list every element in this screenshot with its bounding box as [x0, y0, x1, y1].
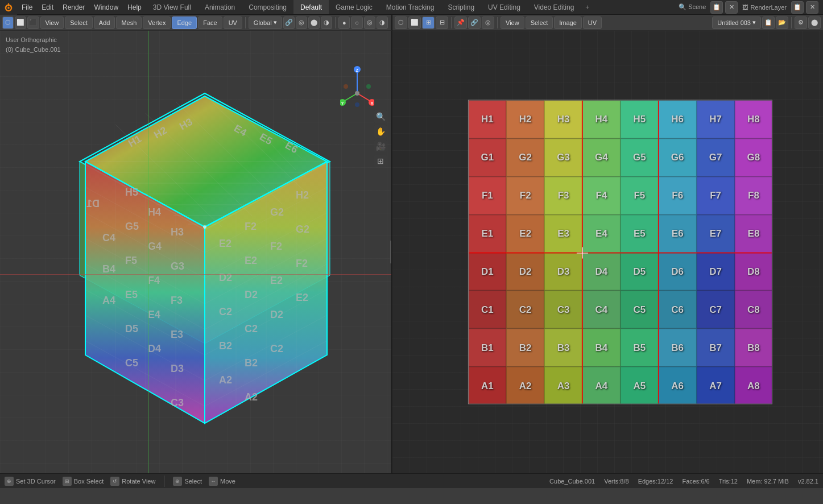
new-scene-btn[interactable]: 📋: [710, 1, 723, 14]
verts-status: Verts:8/8: [604, 478, 628, 485]
uv-cell-B6: B6: [659, 329, 697, 367]
close-scene-btn[interactable]: ✕: [725, 1, 738, 14]
uv-cell-H4: H4: [582, 101, 621, 139]
tab-scripting[interactable]: Scripting: [441, 0, 481, 14]
uv-cell-G5: G5: [621, 138, 659, 176]
uv-image-btn[interactable]: Image: [554, 16, 582, 29]
uv-cell-C8: C8: [735, 291, 772, 329]
uv-pin-btn[interactable]: 📌: [454, 16, 467, 29]
tab-compositing[interactable]: Compositing: [242, 0, 293, 14]
uv-open-btn[interactable]: 📂: [776, 16, 788, 29]
viewport-icon-2[interactable]: ⬛: [27, 16, 39, 29]
face-menu-btn[interactable]: Face: [198, 16, 222, 29]
tab-3dviewfull[interactable]: 3D View Full: [146, 0, 198, 14]
svg-point-13: [355, 91, 359, 96]
svg-text:H3: H3: [171, 226, 184, 238]
object-name-status: Cube_Cube.001: [549, 478, 595, 485]
snap-btn[interactable]: 🔗: [283, 16, 295, 29]
tab-gamelogic[interactable]: Game Logic: [329, 0, 379, 14]
vertex-menu-btn[interactable]: Vertex: [143, 16, 171, 29]
uv-cell-E7: E7: [697, 214, 735, 253]
uv-view-btn[interactable]: View: [501, 16, 524, 29]
tab-default[interactable]: Default: [293, 0, 329, 14]
shading-solid-btn[interactable]: ●: [338, 16, 350, 29]
xray-btn[interactable]: ◑: [321, 16, 332, 29]
box-select-label: Box Select: [74, 478, 104, 485]
viewport-pan-icon[interactable]: ✋: [374, 125, 387, 138]
edge-menu-btn[interactable]: Edge: [172, 16, 197, 29]
set-3d-cursor-status: ⊕ Set 3D Cursor: [5, 477, 56, 486]
menu-file[interactable]: File: [17, 0, 37, 15]
orientation-gizmo[interactable]: Z X Y: [340, 65, 374, 110]
add-tab-button[interactable]: +: [581, 3, 594, 11]
blender-logo[interactable]: [0, 0, 17, 15]
renderlayer-new-btn[interactable]: 📋: [791, 1, 804, 14]
proportional-btn[interactable]: ◎: [296, 16, 307, 29]
faces-status: Faces:6/6: [682, 478, 709, 485]
svg-text:B4: B4: [102, 263, 115, 275]
uv-icon-1[interactable]: ⬜: [408, 16, 421, 29]
tab-videoediting[interactable]: Video Editing: [527, 0, 581, 14]
svg-text:X: X: [371, 101, 374, 105]
uv-settings-btn[interactable]: ⚙: [795, 16, 807, 29]
transform-global-btn[interactable]: Global ▾: [249, 16, 282, 29]
x-axis-line: [0, 274, 391, 275]
svg-text:D5: D5: [125, 323, 138, 334]
uv-new-btn[interactable]: 📋: [762, 16, 775, 29]
shading-rendered-btn[interactable]: ◎: [364, 16, 375, 29]
svg-text:F3: F3: [171, 295, 183, 306]
uv-cell-A6: A6: [659, 367, 697, 404]
menu-window[interactable]: Window: [89, 0, 123, 15]
viewport-search-icon[interactable]: 🔍: [374, 110, 387, 123]
select-menu-btn[interactable]: Select: [65, 16, 93, 29]
uv-cell-H5: H5: [621, 101, 659, 139]
select-status: ⊕ Select: [173, 477, 202, 486]
svg-text:F2: F2: [296, 258, 308, 269]
uv-cell-H3: H3: [544, 101, 582, 139]
uv-uv-btn[interactable]: UV: [583, 16, 602, 29]
object-mode-icon[interactable]: ⬡: [2, 16, 14, 29]
menu-help[interactable]: Help: [123, 0, 146, 15]
uv-prop-btn[interactable]: ◎: [482, 16, 494, 29]
uv-icon-2[interactable]: ⊞: [422, 16, 435, 29]
renderlayer-settings-btn[interactable]: ✕: [806, 1, 818, 14]
menu-render[interactable]: Render: [58, 0, 89, 15]
svg-text:E2: E2: [219, 238, 231, 249]
viewport-icon-1[interactable]: ⬜: [15, 16, 26, 29]
3d-viewport[interactable]: User Orthographic (0) Cube_Cube.001 Z X …: [0, 31, 392, 473]
uv-cell-F1: F1: [468, 176, 506, 214]
svg-text:E5: E5: [125, 289, 138, 300]
add-menu-btn[interactable]: Add: [94, 16, 115, 29]
tab-uvediting[interactable]: UV Editing: [481, 0, 527, 14]
overlay-btn[interactable]: ⬤: [308, 16, 320, 29]
uv-editor[interactable]: H1H2H3H4H5H6H7H8G1G2G3G4G5G6G7G8F1F2F3F4…: [392, 31, 823, 473]
uv-overlay-btn[interactable]: ⬤: [808, 16, 821, 29]
uv-filename-label: Untitled 003: [717, 19, 751, 26]
svg-point-3: [10, 5, 12, 7]
uv-cell-F5: F5: [621, 176, 659, 214]
scene-selector[interactable]: 🔍 Scene: [676, 3, 708, 11]
svg-point-1: [7, 7, 10, 9]
uv-menu-btn-3d[interactable]: UV: [224, 16, 242, 29]
viewport-grid-icon[interactable]: ⊞: [374, 155, 387, 167]
shading-wire-btn[interactable]: ○: [351, 16, 362, 29]
svg-text:B2: B2: [219, 340, 232, 352]
view-menu-btn[interactable]: View: [40, 16, 64, 29]
menu-edit[interactable]: Edit: [37, 0, 58, 15]
tab-animation[interactable]: Animation: [198, 0, 242, 14]
shading-material-btn[interactable]: ◑: [377, 16, 388, 29]
uv-editor-mode-btn[interactable]: ⬡: [395, 16, 407, 29]
uv-snap-btn[interactable]: 🔗: [468, 16, 481, 29]
svg-text:A2: A2: [245, 391, 258, 403]
uv-filename-btn[interactable]: Untitled 003 ▾: [712, 16, 761, 29]
uv-select-btn[interactable]: Select: [526, 16, 553, 29]
svg-text:F2: F2: [245, 221, 257, 232]
tab-motiontracking[interactable]: Motion Tracking: [379, 0, 441, 14]
uv-cell-C6: C6: [659, 291, 697, 329]
svg-text:G3: G3: [171, 261, 184, 272]
renderlayer-selector[interactable]: 🖼 RenderLayer: [740, 4, 789, 11]
viewport-camera-icon[interactable]: 🎥: [374, 140, 387, 152]
edges-status: Edges:12/12: [638, 478, 673, 485]
mesh-menu-btn[interactable]: Mesh: [116, 16, 142, 29]
uv-icon-3[interactable]: ⊟: [436, 16, 448, 29]
